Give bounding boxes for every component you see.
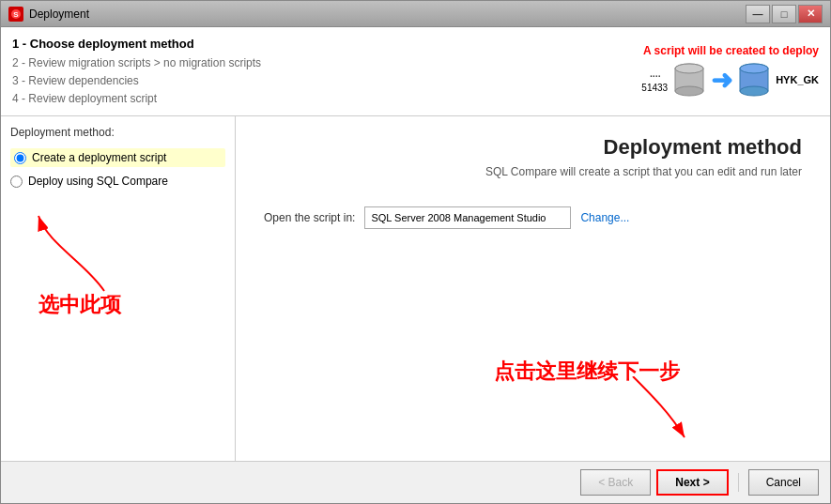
target-db-name: HYK_GK bbox=[776, 74, 819, 85]
create-script-option[interactable]: Create a deployment script bbox=[10, 148, 225, 167]
title-bar-left: S Deployment bbox=[8, 7, 89, 22]
svg-point-8 bbox=[740, 86, 768, 96]
svg-point-4 bbox=[675, 86, 703, 96]
change-link[interactable]: Change... bbox=[580, 211, 629, 224]
deploy-sql-radio[interactable] bbox=[10, 176, 23, 188]
source-db-icon bbox=[673, 61, 705, 99]
svg-point-5 bbox=[675, 64, 703, 73]
step-2: 2 - Review migration scripts > no migrat… bbox=[12, 54, 641, 72]
minimize-button[interactable]: — bbox=[746, 5, 770, 23]
steps-list: 1 - Choose deployment method 2 - Review … bbox=[12, 35, 641, 108]
deploy-sql-option[interactable]: Deploy using SQL Compare bbox=[10, 175, 225, 188]
open-script-label: Open the script in: bbox=[264, 211, 355, 224]
db-connection: ···· 51433 ➜ bbox=[641, 61, 819, 99]
source-db-info: ···· 51433 bbox=[641, 68, 668, 93]
arrow-icon: ➜ bbox=[711, 65, 732, 96]
step-4: 4 - Review deployment script bbox=[12, 90, 641, 108]
source-db-server: 51433 bbox=[641, 83, 668, 93]
annotation-select-arrow bbox=[29, 206, 142, 300]
step-1: 1 - Choose deployment method bbox=[12, 35, 641, 54]
target-db-icon bbox=[738, 61, 770, 99]
header-right: A script will be created to deploy ···· … bbox=[641, 44, 819, 99]
next-button[interactable]: Next > bbox=[656, 469, 728, 496]
back-button[interactable]: < Back bbox=[580, 469, 651, 496]
svg-point-9 bbox=[740, 64, 768, 73]
right-panel: Deployment method SQL Compare will creat… bbox=[236, 116, 830, 461]
cancel-button[interactable]: Cancel bbox=[748, 469, 819, 496]
main-window: S Deployment — □ ✕ 1 - Choose deployment… bbox=[0, 0, 831, 504]
close-button[interactable]: ✕ bbox=[798, 5, 823, 23]
create-script-radio[interactable] bbox=[14, 152, 26, 164]
title-bar: S Deployment — □ ✕ bbox=[1, 1, 830, 27]
app-icon: S bbox=[8, 7, 23, 22]
annotation-select: 选中此项 bbox=[10, 216, 225, 244]
maximize-button[interactable]: □ bbox=[772, 5, 796, 23]
footer: < Back Next > Cancel bbox=[1, 461, 830, 503]
create-script-label: Create a deployment script bbox=[32, 151, 166, 164]
script-notice: A script will be created to deploy bbox=[643, 44, 819, 57]
header-section: 1 - Choose deployment method 2 - Review … bbox=[1, 27, 830, 116]
annotation-next: 点击这里继续下一步 bbox=[494, 358, 680, 386]
script-open-row: Open the script in: Change... bbox=[264, 206, 802, 229]
deploy-sql-label: Deploy using SQL Compare bbox=[28, 175, 168, 188]
title-bar-controls: — □ ✕ bbox=[746, 5, 823, 23]
open-script-input[interactable] bbox=[364, 206, 571, 229]
main-content: Deployment method: Create a deployment s… bbox=[1, 116, 830, 461]
right-panel-subtitle: SQL Compare will create a script that yo… bbox=[264, 165, 802, 178]
step-3: 3 - Review dependencies bbox=[12, 72, 641, 90]
annotation-next-arrow bbox=[623, 376, 699, 451]
window-title: Deployment bbox=[29, 8, 89, 21]
target-db-info: HYK_GK bbox=[776, 74, 819, 85]
deployment-method-label: Deployment method: bbox=[10, 126, 225, 139]
left-panel: Deployment method: Create a deployment s… bbox=[1, 116, 236, 461]
right-panel-title: Deployment method bbox=[264, 135, 802, 160]
svg-text:S: S bbox=[13, 10, 19, 19]
